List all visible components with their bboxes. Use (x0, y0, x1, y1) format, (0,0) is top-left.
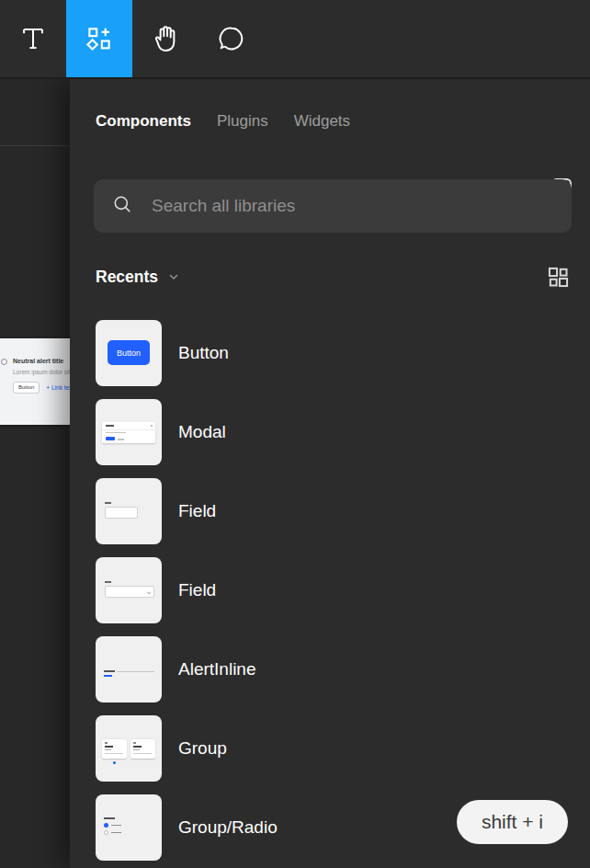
item-label: Button (178, 343, 229, 363)
item-label: Group/Radio (178, 817, 278, 838)
recents-list: Button Button Modal Field (70, 314, 590, 868)
list-item-field-1[interactable]: Field (70, 472, 590, 551)
mini-modal (102, 422, 155, 443)
assets-tool-button[interactable] (66, 0, 132, 77)
recents-header: Recents (96, 258, 572, 295)
hand-tool-icon (150, 23, 181, 54)
components-panel: Components Plugins Widgets (70, 79, 590, 868)
tab-components[interactable]: Components (96, 111, 191, 131)
shortcut-hint-pill: shift + i (457, 800, 568, 844)
hand-tool-button[interactable] (132, 0, 199, 77)
tab-plugins[interactable]: Plugins (217, 111, 268, 131)
thumbnail-group (96, 715, 162, 782)
chevron-down-icon (167, 270, 180, 283)
app-window: Neutral alert title Lorem ipsum dolor si… (0, 0, 590, 868)
mini-button: Button (108, 340, 150, 365)
comment-bubble-icon (216, 23, 247, 54)
thumbnail-button: Button (96, 320, 162, 386)
search-field[interactable] (94, 179, 572, 233)
list-item-field-2[interactable]: Field (70, 551, 590, 630)
item-label: AlertInline (178, 659, 256, 680)
recents-label: Recents (96, 268, 158, 287)
item-label: Field (178, 580, 216, 600)
search-icon (110, 192, 152, 221)
top-toolbar (0, 0, 590, 79)
assets-tool-icon (84, 23, 115, 54)
list-item-alertinline[interactable]: AlertInline (70, 630, 590, 709)
recents-dropdown[interactable]: Recents (96, 268, 180, 287)
search-input[interactable] (152, 196, 555, 216)
panel-tabs: Components Plugins Widgets (70, 79, 590, 140)
text-tool-icon (17, 23, 49, 54)
thumbnail-group-radio (96, 794, 162, 861)
comments-tool-button[interactable] (199, 0, 265, 77)
list-item-modal[interactable]: Modal (70, 393, 590, 472)
thumbnail-field-short (96, 478, 162, 544)
text-tool-button[interactable] (0, 0, 66, 77)
list-item-group[interactable]: Group (70, 709, 590, 788)
thumbnail-alertinline (96, 636, 162, 702)
list-item-button[interactable]: Button Button (70, 314, 590, 393)
grid-view-toggle[interactable] (544, 263, 572, 291)
item-label: Field (178, 501, 216, 521)
tab-widgets[interactable]: Widgets (294, 111, 350, 131)
item-label: Modal (178, 422, 226, 442)
alert-button[interactable]: Button (13, 382, 40, 394)
item-label: Group (178, 738, 227, 759)
thumbnail-modal (96, 399, 162, 465)
info-icon (1, 359, 7, 365)
grid-view-icon (546, 265, 571, 290)
thumbnail-field-wide (96, 557, 162, 623)
